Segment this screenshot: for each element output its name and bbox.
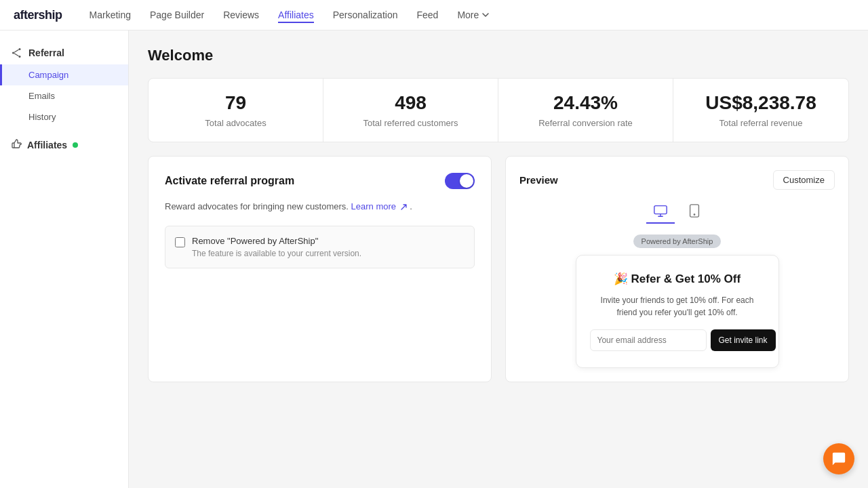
sidebar-item-history[interactable]: History xyxy=(0,106,128,127)
stat-label-advocates: Total advocates xyxy=(165,118,307,128)
stat-label-conversion: Referral conversion rate xyxy=(515,118,656,128)
logo: aftership xyxy=(14,8,62,22)
stat-label-referred: Total referred customers xyxy=(340,118,481,128)
app-body: Referral Campaign Emails History Affilia… xyxy=(0,30,868,488)
nav-personalization[interactable]: Personalization xyxy=(333,7,398,23)
tablet-view-btn[interactable] xyxy=(680,199,709,224)
page-title: Welcome xyxy=(148,47,849,64)
nav-affiliates[interactable]: Affiliates xyxy=(278,7,314,23)
nav-feed[interactable]: Feed xyxy=(416,7,438,23)
thumbs-up-icon xyxy=(11,138,22,151)
sidebar-affiliates-label: Affiliates xyxy=(27,140,67,150)
powered-checkbox-input[interactable] xyxy=(175,237,185,247)
svg-rect-5 xyxy=(654,206,666,214)
device-switcher xyxy=(519,199,835,224)
top-nav: aftership Marketing Page Builder Reviews… xyxy=(0,0,868,30)
stat-value-advocates: 79 xyxy=(165,92,307,114)
stat-card-referred: 498 Total referred customers xyxy=(323,79,498,142)
nav-marketing[interactable]: Marketing xyxy=(90,7,131,23)
svg-line-4 xyxy=(14,54,19,56)
desktop-view-btn[interactable] xyxy=(646,199,675,224)
desktop-icon xyxy=(653,203,668,218)
widget-title: 🎉 Refer & Get 10% Off xyxy=(590,272,765,286)
activate-desc: Reward advocates for bringing new custom… xyxy=(165,200,475,214)
sidebar: Referral Campaign Emails History Affilia… xyxy=(0,30,129,488)
widget-card: 🎉 Refer & Get 10% Off Invite your friend… xyxy=(576,255,779,368)
svg-point-7 xyxy=(694,214,694,215)
sidebar-item-emails[interactable]: Emails xyxy=(0,85,128,106)
svg-point-0 xyxy=(19,48,21,50)
preview-header: Preview Customize xyxy=(519,170,835,190)
stat-value-referred: 498 xyxy=(340,92,481,114)
svg-point-1 xyxy=(19,56,21,58)
tablet-icon xyxy=(687,203,702,218)
activate-card: Activate referral program Reward advocat… xyxy=(148,156,492,382)
learn-more-link[interactable]: Learn more xyxy=(351,201,410,211)
stat-label-revenue: Total referral revenue xyxy=(690,118,832,128)
nav-page-builder[interactable]: Page Builder xyxy=(150,7,204,23)
stat-value-conversion: 24.43% xyxy=(515,92,656,114)
sidebar-referral-label: Referral xyxy=(28,47,64,58)
widget-input-row: Get invite link xyxy=(590,329,765,351)
main-content: Welcome 79 Total advocates 498 Total ref… xyxy=(129,30,868,488)
stat-card-revenue: US$8,238.78 Total referral revenue xyxy=(673,79,848,142)
chat-button[interactable] xyxy=(823,443,854,474)
preview-widget-wrap: Powered by AfterShip 🎉 Refer & Get 10% O… xyxy=(519,235,835,368)
nav-reviews[interactable]: Reviews xyxy=(223,7,259,23)
powered-checkbox-container: Remove "Powered by AfterShip" The featur… xyxy=(165,226,475,268)
sidebar-referral-header[interactable]: Referral xyxy=(0,41,128,64)
external-link-icon xyxy=(400,203,408,211)
stat-card-advocates: 79 Total advocates xyxy=(149,79,323,142)
lower-row: Activate referral program Reward advocat… xyxy=(148,156,849,382)
stat-value-revenue: US$8,238.78 xyxy=(690,92,832,114)
share-icon xyxy=(11,47,23,59)
widget-invite-btn[interactable]: Get invite link xyxy=(711,329,776,351)
svg-point-2 xyxy=(12,52,14,54)
nav-more[interactable]: More xyxy=(457,9,490,20)
affiliates-badge xyxy=(73,142,78,148)
activate-header: Activate referral program xyxy=(165,173,475,189)
svg-line-3 xyxy=(14,49,19,52)
sidebar-affiliates-header[interactable]: Affiliates xyxy=(0,133,128,157)
referral-toggle[interactable] xyxy=(445,173,475,189)
sidebar-item-campaign[interactable]: Campaign xyxy=(0,64,128,85)
activate-title: Activate referral program xyxy=(165,175,294,187)
chevron-down-icon xyxy=(481,11,490,19)
powered-by-badge: Powered by AfterShip xyxy=(633,235,722,248)
stat-card-conversion: 24.43% Referral conversion rate xyxy=(498,79,673,142)
powered-sublabel: The feature is available to your current… xyxy=(192,249,361,258)
powered-label: Remove "Powered by AfterShip" xyxy=(192,236,361,246)
widget-email-input[interactable] xyxy=(590,329,707,351)
preview-card: Preview Customize xyxy=(505,156,849,382)
widget-desc: Invite your friends to get 10% off. For … xyxy=(590,294,765,319)
preview-title: Preview xyxy=(519,174,558,186)
chat-icon xyxy=(831,451,846,466)
stats-row: 79 Total advocates 498 Total referred cu… xyxy=(148,78,849,142)
customize-button[interactable]: Customize xyxy=(773,170,835,190)
sidebar-referral-section: Referral Campaign Emails History xyxy=(0,41,128,127)
